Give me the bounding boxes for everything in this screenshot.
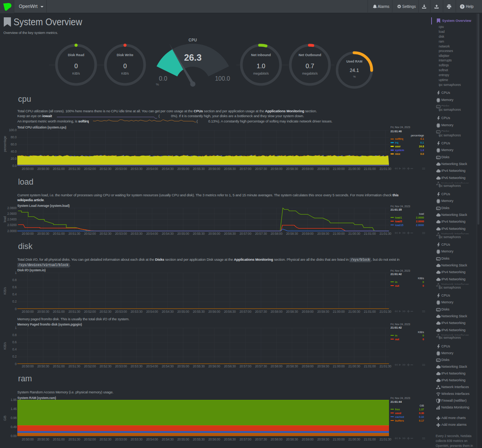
svg-text:?: ? (461, 5, 463, 9)
